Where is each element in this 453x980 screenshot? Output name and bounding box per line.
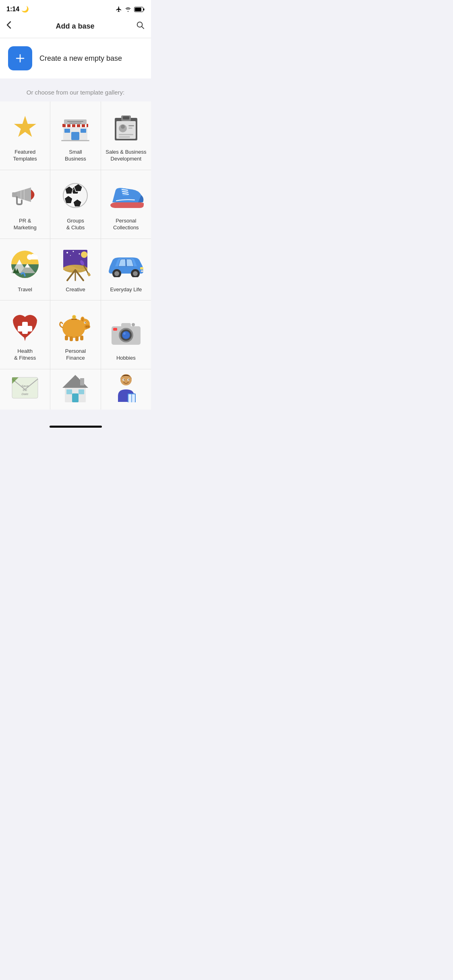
- small-business-icon: [57, 109, 93, 145]
- svg-rect-113: [72, 393, 79, 402]
- grid-item-personal-collections[interactable]: PersonalCollections: [101, 170, 151, 239]
- battery-icon: [134, 7, 145, 12]
- svg-line-4: [142, 27, 144, 29]
- sales-label: Sales & BusinessDevelopment: [105, 149, 146, 163]
- grid-item-events[interactable]: Save the Date: [0, 369, 50, 410]
- grid-item-groups-clubs[interactable]: Groups& Clubs: [50, 170, 100, 239]
- template-grid: ★ FeaturedTemplates: [0, 101, 151, 410]
- personal-collections-label: PersonalCollections: [113, 218, 139, 231]
- svg-rect-76: [140, 267, 143, 270]
- personal-finance-icon: $: [57, 308, 93, 344]
- svg-rect-19: [69, 123, 81, 124]
- svg-point-63: [70, 255, 71, 256]
- svg-rect-2: [143, 8, 145, 10]
- svg-point-83: [86, 326, 87, 327]
- svg-rect-112: [80, 378, 84, 385]
- svg-rect-28: [128, 128, 132, 129]
- grid-item-pr-marketing[interactable]: PR &Marketing: [0, 170, 50, 239]
- create-new-base-row[interactable]: Create a new empty base: [0, 38, 151, 78]
- svg-point-62: [79, 253, 80, 254]
- grid-item-education[interactable]: [101, 369, 151, 410]
- creative-icon: [57, 246, 93, 282]
- featured-icon: ★: [7, 109, 43, 145]
- svg-rect-29: [119, 134, 133, 135]
- svg-point-61: [73, 251, 74, 252]
- status-time: 1:14: [6, 6, 19, 13]
- svg-rect-1: [135, 8, 141, 11]
- everyday-life-icon: [108, 246, 144, 282]
- svg-rect-103: [113, 328, 117, 331]
- pr-marketing-icon: [7, 177, 43, 214]
- search-button[interactable]: [136, 21, 145, 32]
- status-bar: 1:14 🌙: [0, 0, 151, 15]
- groups-clubs-label: Groups& Clubs: [66, 218, 85, 231]
- svg-point-122: [124, 379, 124, 380]
- travel-icon: [7, 246, 43, 282]
- grid-item-everyday-life[interactable]: Everyday Life: [101, 239, 151, 301]
- wifi-icon: [124, 6, 132, 12]
- grid-item-sales[interactable]: Sales & BusinessDevelopment: [101, 101, 151, 170]
- content: Create a new empty base Or choose from o…: [0, 38, 151, 422]
- moon-icon: 🌙: [21, 6, 29, 13]
- hobbies-label: Hobbies: [116, 355, 136, 362]
- svg-point-86: [85, 322, 86, 323]
- grid-item-health-fitness[interactable]: Health& Fitness: [0, 301, 50, 369]
- svg-rect-97: [121, 323, 131, 328]
- pr-marketing-label: PR &Marketing: [14, 218, 37, 231]
- small-business-label: SmallBusiness: [65, 149, 86, 163]
- education-icon: [108, 373, 144, 402]
- svg-rect-8: [71, 132, 79, 140]
- create-icon: [8, 46, 32, 70]
- health-fitness-label: Health& Fitness: [14, 348, 36, 362]
- svg-rect-31: [12, 192, 17, 197]
- grid-item-small-business[interactable]: SmallBusiness: [50, 101, 100, 170]
- svg-point-26: [121, 125, 125, 129]
- page-title: Add a base: [56, 22, 94, 31]
- svg-point-82: [85, 325, 90, 329]
- hobbies-icon: [108, 315, 144, 351]
- grid-item-home[interactable]: [50, 369, 100, 410]
- svg-point-75: [133, 271, 138, 276]
- svg-rect-20: [61, 140, 89, 141]
- svg-text:$: $: [74, 316, 75, 319]
- events-icon: Save the Date: [7, 373, 43, 402]
- svg-rect-9: [64, 129, 70, 133]
- svg-rect-79: [18, 326, 32, 331]
- svg-point-104: [132, 323, 135, 326]
- svg-point-60: [66, 252, 68, 253]
- svg-rect-24: [123, 116, 129, 119]
- svg-rect-93: [70, 336, 73, 341]
- grid-item-personal-finance[interactable]: $ PersonalFinance: [50, 301, 100, 369]
- personal-collections-icon: [108, 177, 144, 214]
- home-icon: [57, 373, 93, 402]
- svg-point-116: [120, 374, 132, 385]
- back-button[interactable]: [6, 19, 14, 33]
- creative-label: Creative: [66, 286, 85, 293]
- home-indicator: [0, 422, 151, 430]
- home-bar: [50, 426, 102, 428]
- svg-rect-94: [75, 336, 79, 341]
- svg-point-84: [88, 326, 89, 327]
- sales-icon: [108, 109, 144, 145]
- svg-rect-95: [80, 336, 83, 340]
- grid-item-creative[interactable]: Creative: [50, 239, 100, 301]
- svg-rect-27: [128, 125, 134, 126]
- svg-point-59: [81, 251, 87, 258]
- svg-rect-30: [119, 136, 130, 138]
- svg-point-73: [114, 271, 119, 276]
- status-icons: [116, 6, 145, 12]
- grid-item-hobbies[interactable]: Hobbies: [101, 301, 151, 369]
- svg-text:the: the: [23, 388, 28, 392]
- svg-text:Date: Date: [22, 392, 29, 396]
- svg-text:Save: Save: [21, 384, 29, 388]
- nav-bar: Add a base: [0, 15, 151, 38]
- svg-rect-18: [67, 121, 83, 122]
- grid-item-featured[interactable]: ★ FeaturedTemplates: [0, 101, 50, 170]
- everyday-life-label: Everyday Life: [110, 286, 142, 293]
- svg-point-101: [122, 331, 130, 339]
- svg-rect-92: [65, 336, 68, 340]
- svg-marker-111: [62, 375, 88, 388]
- svg-rect-115: [79, 389, 84, 394]
- svg-rect-10: [81, 129, 86, 133]
- grid-item-travel[interactable]: Travel: [0, 239, 50, 301]
